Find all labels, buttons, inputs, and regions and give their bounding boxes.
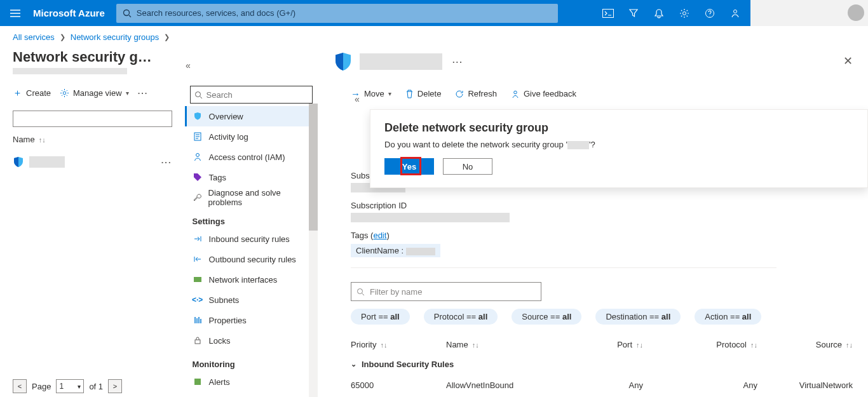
svg-rect-9 — [194, 277, 201, 282]
svg-point-4 — [734, 10, 737, 13]
chevron-down-icon: ▾ — [388, 90, 391, 97]
th-priority[interactable]: Priority↑↓ — [351, 340, 446, 349]
menu-icon[interactable] — [0, 0, 31, 26]
dialog-text: Do you want to delete the network securi… — [384, 140, 853, 149]
th-protocol[interactable]: Protocol↑↓ — [643, 340, 757, 349]
page-select[interactable]: 1▾ — [56, 379, 84, 393]
shield-icon — [193, 111, 203, 121]
detail-pane: ··· ✕ →Move▾ Delete Refresh Give feedbac… — [318, 48, 868, 397]
th-port[interactable]: Port↑↓ — [548, 340, 643, 349]
tag-icon — [193, 172, 203, 182]
chevron-right-icon: ❯ — [60, 33, 65, 41]
svg-point-0 — [123, 10, 129, 15]
resource-search[interactable] — [190, 86, 313, 104]
svg-rect-10 — [195, 340, 200, 344]
yes-button[interactable]: Yes — [384, 158, 434, 175]
manage-view-button[interactable]: Manage view▾ — [60, 88, 129, 98]
move-button[interactable]: →Move▾ — [351, 88, 391, 99]
profile-area[interactable] — [750, 0, 868, 26]
pill-action[interactable]: Action == all — [695, 309, 761, 325]
resource-more-button[interactable]: ··· — [452, 57, 463, 67]
pill-source[interactable]: Source == all — [512, 309, 581, 325]
more-button[interactable]: ··· — [138, 88, 149, 98]
person-icon — [193, 152, 203, 162]
cloud-shell-icon[interactable] — [595, 0, 621, 26]
top-bar: Microsoft Azure — [0, 0, 868, 26]
resource-search-input[interactable] — [207, 90, 308, 100]
chevron-down-icon: ▾ — [126, 90, 129, 97]
filter-by-name[interactable]: Filter by name — [351, 282, 541, 301]
pill-protocol[interactable]: Protocol == all — [424, 309, 498, 325]
row-more-button[interactable]: ··· — [161, 158, 172, 167]
feedback-icon[interactable] — [722, 0, 748, 26]
nav-overview[interactable]: Overview — [185, 106, 318, 126]
th-source[interactable]: Source↑↓ — [757, 340, 853, 349]
th-name[interactable]: Name↑↓ — [446, 340, 548, 349]
close-icon[interactable]: ✕ — [843, 54, 853, 68]
pager: < Page 1▾ of 1 > — [13, 375, 172, 397]
breadcrumb-all-services[interactable]: All services — [13, 32, 55, 42]
breadcrumb-nsg[interactable]: Network security groups — [71, 32, 159, 42]
nav-alerts[interactable]: Alerts — [185, 372, 318, 392]
item-name-placeholder — [29, 156, 65, 168]
filter-input[interactable] — [13, 111, 172, 127]
help-icon[interactable] — [697, 0, 722, 26]
svg-point-2 — [683, 11, 686, 15]
next-page-button[interactable]: > — [108, 379, 122, 393]
properties-icon — [193, 315, 203, 325]
nav-subnets[interactable]: <·>Subnets — [185, 290, 318, 310]
nav-activity-log[interactable]: Activity log — [185, 126, 318, 147]
delete-button[interactable]: Delete — [405, 89, 442, 98]
nav-diagnose[interactable]: Diagnose and solve problems — [185, 187, 318, 208]
settings-icon[interactable] — [672, 0, 697, 26]
brand-label[interactable]: Microsoft Azure — [31, 8, 116, 18]
nav-network-interfaces[interactable]: Network interfaces — [185, 269, 318, 290]
delete-confirm-dialog: Delete network security group Do you wan… — [370, 109, 868, 188]
nav-inbound-rules[interactable]: Inbound security rules — [185, 229, 318, 249]
scrollbar[interactable] — [309, 104, 318, 397]
person-icon — [511, 90, 520, 98]
svg-point-5 — [63, 91, 65, 94]
nav-section-monitoring: Monitoring — [185, 351, 318, 372]
sort-icon: ↑↓ — [39, 136, 46, 144]
table-row[interactable]: 65000 AllowVnetInBound Any Any VirtualNe… — [351, 375, 853, 395]
global-search[interactable] — [116, 4, 558, 23]
search-icon — [356, 288, 365, 296]
column-header-name[interactable]: Name↑↓ — [13, 135, 172, 144]
wrench-icon — [193, 192, 202, 203]
shield-icon — [13, 156, 24, 168]
pill-port[interactable]: Port == all — [351, 309, 410, 325]
nav-outbound-rules[interactable]: Outbound security rules — [185, 249, 318, 269]
feedback-button[interactable]: Give feedback — [511, 89, 576, 98]
resource-title-placeholder — [360, 53, 442, 70]
svg-point-6 — [195, 91, 200, 97]
create-button[interactable]: ＋Create — [13, 87, 51, 99]
trash-icon — [405, 90, 414, 98]
subnet-icon: <·> — [193, 295, 203, 305]
breadcrumb: All services ❯ Network security groups ❯ — [0, 26, 868, 48]
tags-edit-link[interactable]: edit — [373, 231, 386, 240]
table-group-inbound[interactable]: ⌄Inbound Security Rules — [351, 353, 853, 375]
nav-section-settings: Settings — [185, 208, 318, 229]
pill-destination[interactable]: Destination == all — [595, 309, 681, 325]
tag-chip[interactable]: ClientName : — [351, 244, 440, 257]
filter-icon[interactable] — [621, 0, 646, 26]
no-button[interactable]: No — [443, 158, 492, 175]
nav-access-control[interactable]: Access control (IAM) — [185, 147, 318, 167]
search-icon — [194, 91, 203, 99]
svg-rect-1 — [603, 9, 614, 17]
arrow-icon: → — [351, 88, 360, 99]
prev-page-button[interactable]: < — [13, 379, 27, 393]
global-search-input[interactable] — [137, 8, 552, 18]
nav-properties[interactable]: Properties — [185, 310, 318, 330]
alert-icon — [193, 377, 203, 387]
nav-locks[interactable]: Locks — [185, 330, 318, 351]
dialog-title: Delete network security group — [384, 121, 853, 135]
avatar-icon — [848, 4, 864, 21]
resource-nav: Overview Activity log Access control (IA… — [185, 48, 318, 397]
refresh-button[interactable]: Refresh — [455, 89, 497, 98]
list-item[interactable]: ··· — [13, 151, 172, 173]
svg-point-13 — [358, 288, 363, 293]
nav-tags[interactable]: Tags — [185, 167, 318, 187]
notifications-icon[interactable] — [646, 0, 672, 26]
